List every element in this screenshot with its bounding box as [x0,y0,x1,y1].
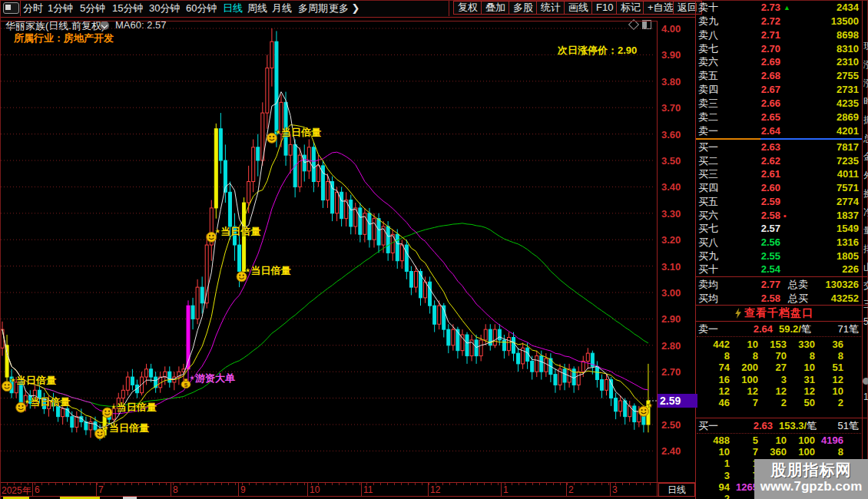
buy-tick-header: 买一2.63153.3/笔51笔 [696,419,862,432]
panel-divider [695,276,868,277]
minor-tick [76,483,77,485]
strip-char: 山 [863,261,868,274]
avg-price: 2.77 [740,278,780,292]
sell-level-row[interactable]: 卖十2.73▲2434 [696,1,862,15]
tick-cell: 5 [731,435,758,446]
level-volume: 13500 [831,15,859,28]
sell-level-row[interactable]: 卖七2.708310 [696,42,862,56]
minor-tick [484,483,485,485]
tick-cell: 31 [787,374,815,385]
avg-label: 买均 [698,292,718,306]
minor-tick [595,483,595,485]
sell-level-row[interactable]: 卖一2.644201 [696,124,862,138]
y-tick-2.70: 2.70 [661,366,695,378]
minor-tick [449,483,450,485]
strip-char: 振 [863,114,868,127]
y-tick-3.80: 3.80 [661,76,695,88]
tick-cell: 12 [702,385,730,397]
minor-tick [69,483,70,485]
buy-level-row[interactable]: 买七2.571549 [696,222,862,236]
sell-level-row[interactable]: 卖三2.664235 [696,97,862,111]
level-volume: 7817 [837,140,859,154]
buy-level-row[interactable]: 买九2.551805 [696,250,862,263]
buy-level-row[interactable]: 买二2.627235 [696,154,862,168]
tick-cell: 100 [731,374,758,385]
unit: 笔 [801,323,811,335]
sell-level-row[interactable]: 卖四2.672731 [696,83,862,97]
strip-char: 涨 [863,77,868,90]
level-label: 买四 [698,181,718,195]
level-volume: 2731 [837,83,859,97]
strip-char: 时 [863,95,868,108]
svg-text:当日倍量: 当日倍量 [30,396,70,408]
level-volume: 8698 [837,28,859,42]
panel-divider [695,321,868,322]
svg-text:★: ★ [275,128,281,136]
level-label: 卖七 [698,42,718,56]
sell-level-row[interactable]: 卖六2.692310 [696,55,862,69]
strip-char: 金 [863,150,868,164]
minor-tick [235,483,236,485]
svg-text:当日倍量: 当日倍量 [220,226,260,237]
tick-side-label: 买一 [698,419,718,432]
candlestick-chart[interactable]: ★当日倍量★当日倍量★当日倍量★当日倍量$★游资大单★当日倍量★当日倍量★当日倍… [0,0,695,499]
avg-label: 卖均 [698,278,718,292]
tick-cell: 200 [731,362,758,373]
tick-cell: 3 [702,470,730,481]
sell-level-row[interactable]: 卖八2.718698 [696,28,862,42]
buy-level-row[interactable]: 买六2.58▪1837 [696,209,862,223]
svg-text:$: $ [184,382,188,388]
svg-text:当日倍量: 当日倍量 [251,265,291,276]
minor-tick [622,483,623,485]
minor-tick [373,483,374,485]
sell-level-row[interactable]: 卖二2.652869 [696,111,862,124]
sell-level-row[interactable]: 卖九2.7213500 [696,15,862,28]
tick-cell: 100 [787,446,815,458]
y-tick-3.50: 3.50 [661,155,695,167]
average-row: 买均2.58总买43252 [696,292,862,306]
level-price: 2.59 [740,195,780,209]
buy-level-row[interactable]: 买十2.54226 [696,263,862,276]
month-gridline [307,483,308,496]
level-label: 卖九 [698,15,718,28]
month-gridline [566,483,567,496]
level-price: 2.67 [740,83,780,97]
buy-level-row[interactable]: 买一2.637817 [696,140,862,154]
y-tick-3.20: 3.20 [661,234,695,246]
level-label: 卖六 [698,55,718,69]
tick-price: 2.63 [733,419,773,432]
buy-level-row[interactable]: 买四2.607571 [696,181,862,195]
sell-tick-row: 887088 [696,350,850,362]
level-change-mark: ▲ [784,1,790,15]
x-tick-12: 12 [430,484,440,495]
buy-level-row[interactable]: 买八2.561316 [696,236,862,250]
thousand-depth-link[interactable]: 查看千档盘口 [696,306,862,320]
month-gridline [610,483,611,496]
minor-tick [256,483,257,485]
buy-tick-row: 1073601008 [696,446,850,458]
tick-cell: 8 [731,350,758,362]
unit: 笔 [807,420,817,431]
strip-char: 外 [863,169,868,182]
sell-level-row[interactable]: 卖五2.682755 [696,69,862,83]
tick-cell: 2 [759,397,787,408]
month-gridline [96,483,97,496]
minor-tick [636,483,637,485]
tick-cell: 7 [731,397,758,408]
minor-tick [498,483,499,485]
tick-cell: 8 [787,350,815,362]
tick-cell: 8 [816,350,843,362]
avg-price: 2.58 [740,292,780,306]
smiley-marker: ★当日倍量 [102,402,157,418]
period-label-box[interactable]: 日线 [658,483,695,497]
minor-tick [581,483,581,485]
buy-level-row[interactable]: 买三2.614011 [696,167,862,181]
level-price: 2.62 [740,154,780,168]
tick-cell: 7 [731,446,758,458]
level-price: 2.66 [740,97,780,111]
minor-tick [394,483,395,485]
minor-tick [525,483,526,485]
buy-level-row[interactable]: 买五2.592774 [696,195,862,209]
level-volume: 2310 [837,55,859,69]
minor-tick [650,483,651,485]
